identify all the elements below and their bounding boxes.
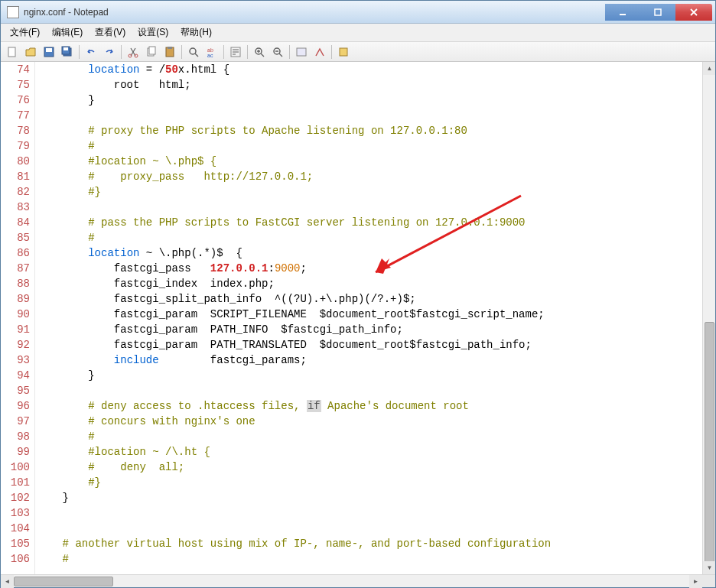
- line-number: 93: [1, 352, 30, 368]
- code-line[interactable]: # proxy_pass http://127.0.0.1;: [37, 169, 702, 184]
- svg-rect-20: [297, 48, 306, 56]
- code-line[interactable]: #}: [37, 184, 702, 200]
- code-line[interactable]: location ~ \.php(.*)$ {: [37, 245, 702, 261]
- code-line[interactable]: location = /50x.html {: [37, 62, 702, 77]
- scroll-up-icon[interactable]: ▲: [703, 62, 715, 75]
- tool-icon[interactable]: [311, 44, 328, 60]
- replace-icon[interactable]: abac: [203, 44, 220, 60]
- save-icon[interactable]: [41, 44, 57, 60]
- toolbar-separator: [247, 45, 248, 59]
- code-line[interactable]: }: [37, 368, 702, 383]
- line-number: 87: [1, 261, 30, 276]
- line-number: 91: [1, 322, 30, 337]
- zoom-out-icon[interactable]: [269, 44, 286, 60]
- redo-icon[interactable]: [101, 44, 118, 60]
- line-number: 86: [1, 245, 30, 261]
- editor-area: 7475767778798081828384858687888990919293…: [1, 62, 715, 574]
- line-number: 98: [1, 429, 30, 444]
- code-line[interactable]: fastcgi_param PATH_TRANSLATED $document_…: [37, 337, 702, 352]
- code-line[interactable]: fastcgi_split_path_info ^((?U).+\.php)(/…: [37, 291, 702, 307]
- titlebar[interactable]: nginx.conf - Notepad: [1, 1, 715, 24]
- code-line[interactable]: #: [37, 230, 702, 245]
- line-number: 83: [1, 200, 30, 215]
- undo-icon[interactable]: [83, 44, 99, 60]
- maximize-button[interactable]: [640, 4, 675, 21]
- menu-edit[interactable]: 编辑(E): [46, 24, 89, 41]
- zoom-in-icon[interactable]: [251, 44, 268, 60]
- scroll-right-icon[interactable]: ►: [689, 575, 702, 588]
- menu-settings[interactable]: 设置(S): [132, 24, 174, 41]
- line-number: 80: [1, 154, 30, 169]
- toolbar-separator: [223, 45, 224, 59]
- code-line[interactable]: }: [37, 490, 702, 505]
- svg-rect-21: [340, 48, 347, 56]
- line-number: 85: [1, 230, 30, 245]
- scroll-corner: [702, 575, 715, 587]
- scroll-thumb[interactable]: [14, 577, 113, 586]
- line-number: 77: [1, 108, 30, 123]
- line-number: 84: [1, 215, 30, 230]
- line-number: 88: [1, 276, 30, 291]
- code-line[interactable]: #location ~ \.php$ {: [37, 154, 702, 169]
- menu-file[interactable]: 文件(F): [4, 24, 46, 41]
- code-line[interactable]: # another virtual host using mix of IP-,…: [37, 536, 702, 551]
- line-number: 82: [1, 184, 30, 200]
- menu-help[interactable]: 帮助(H): [174, 24, 218, 41]
- svg-rect-11: [149, 47, 155, 54]
- code-line[interactable]: [37, 108, 702, 123]
- save-all-icon[interactable]: [59, 44, 76, 60]
- code-line[interactable]: # concurs with nginx's one: [37, 414, 702, 429]
- scroll-thumb[interactable]: [705, 322, 714, 567]
- cut-icon[interactable]: [125, 44, 142, 60]
- code-line[interactable]: fastcgi_param PATH_INFO $fastcgi_path_in…: [37, 322, 702, 337]
- minimize-button[interactable]: [605, 4, 640, 21]
- svg-text:ac: ac: [207, 53, 213, 58]
- copy-icon[interactable]: [143, 44, 160, 60]
- code-line[interactable]: root html;: [37, 77, 702, 93]
- line-number: 79: [1, 138, 30, 154]
- code-line[interactable]: # deny all;: [37, 460, 702, 475]
- tool-icon[interactable]: [293, 44, 310, 60]
- scroll-down-icon[interactable]: ▼: [703, 561, 715, 574]
- scroll-left-icon[interactable]: ◄: [1, 575, 14, 588]
- line-number: 92: [1, 337, 30, 352]
- code-line[interactable]: [37, 505, 702, 521]
- line-number: 102: [1, 490, 30, 505]
- code-line[interactable]: fastcgi_index index.php;: [37, 276, 702, 291]
- code-line[interactable]: include fastcgi_params;: [37, 352, 702, 368]
- line-number: 100: [1, 460, 30, 475]
- menu-view[interactable]: 查看(V): [89, 24, 132, 41]
- code-line[interactable]: #: [37, 429, 702, 444]
- vertical-scrollbar[interactable]: ▲ ▼: [702, 62, 715, 574]
- svg-rect-1: [655, 9, 661, 15]
- code-editor[interactable]: location = /50x.html { root html; } # pr…: [35, 62, 702, 574]
- menubar: 文件(F) 编辑(E) 查看(V) 设置(S) 帮助(H): [1, 24, 715, 42]
- code-line[interactable]: }: [37, 93, 702, 108]
- tool-icon[interactable]: [335, 44, 352, 60]
- code-line[interactable]: fastcgi_pass 127.0.0.1:9000;: [37, 261, 702, 276]
- new-icon[interactable]: [4, 44, 21, 60]
- code-line[interactable]: #: [37, 138, 702, 154]
- code-line[interactable]: #}: [37, 475, 702, 490]
- toolbar-separator: [289, 45, 290, 59]
- wordwrap-icon[interactable]: [227, 44, 244, 60]
- code-line[interactable]: # pass the PHP scripts to FastCGI server…: [37, 215, 702, 230]
- code-line[interactable]: fastcgi_param SCRIPT_FILENAME $document_…: [37, 307, 702, 322]
- code-line[interactable]: [37, 200, 702, 215]
- svg-rect-7: [63, 47, 68, 50]
- paste-icon[interactable]: [161, 44, 178, 60]
- svg-rect-0: [620, 14, 626, 15]
- code-line[interactable]: # proxy the PHP scripts to Apache listen…: [37, 123, 702, 138]
- line-number: 104: [1, 521, 30, 536]
- code-line[interactable]: # deny access to .htaccess files, if Apa…: [37, 398, 702, 414]
- code-line[interactable]: #location ~ /\.ht {: [37, 444, 702, 460]
- code-line[interactable]: [37, 383, 702, 398]
- app-icon: [7, 6, 19, 18]
- code-line[interactable]: [37, 521, 702, 536]
- code-line[interactable]: #: [37, 551, 702, 567]
- scroll-track[interactable]: [14, 575, 689, 587]
- open-icon[interactable]: [22, 44, 39, 60]
- find-icon[interactable]: [185, 44, 202, 60]
- close-button[interactable]: [675, 4, 712, 21]
- horizontal-scrollbar[interactable]: ◄ ►: [1, 574, 715, 587]
